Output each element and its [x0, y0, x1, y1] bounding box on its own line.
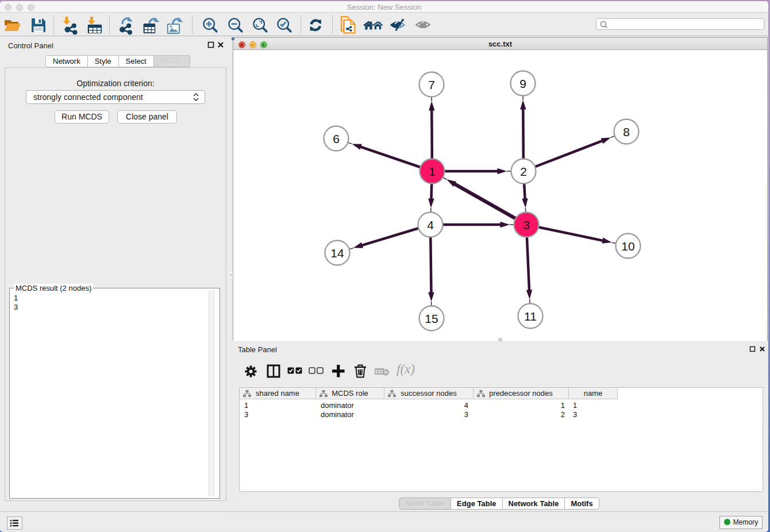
- svg-text:1: 1: [429, 165, 436, 178]
- svg-text:8: 8: [623, 125, 630, 138]
- svg-text:11: 11: [524, 310, 537, 323]
- svg-text:15: 15: [425, 312, 438, 325]
- svg-text:14: 14: [330, 246, 344, 260]
- svg-text:7: 7: [428, 78, 435, 91]
- svg-text:2: 2: [520, 165, 527, 178]
- svg-text:6: 6: [333, 132, 340, 145]
- svg-text:9: 9: [519, 77, 526, 90]
- svg-text:10: 10: [621, 240, 634, 253]
- svg-text:3: 3: [523, 218, 530, 232]
- svg-text:4: 4: [427, 218, 434, 232]
